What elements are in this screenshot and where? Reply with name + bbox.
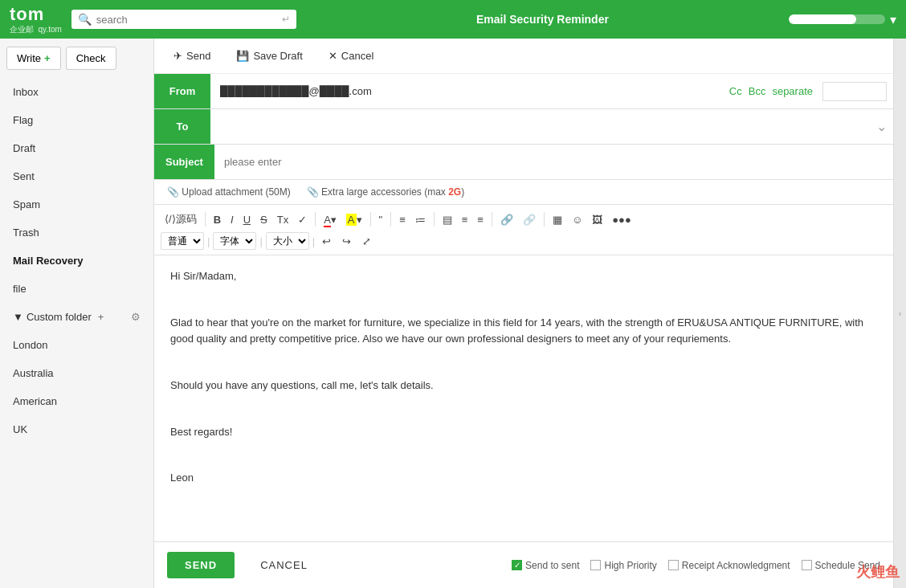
- rtb-divider-3: [370, 212, 371, 227]
- send-toolbar-button[interactable]: ✈ Send: [167, 47, 217, 65]
- send-to-sent-checkbox[interactable]: ✓: [512, 560, 522, 570]
- logo-subtitle: 企业邮 qy.tom: [10, 25, 62, 34]
- subject-input[interactable]: [214, 149, 893, 174]
- rtb-table-button[interactable]: ▦: [549, 211, 566, 228]
- rtb-italic-button[interactable]: I: [226, 211, 238, 228]
- sidebar-item-inbox[interactable]: Inbox: [0, 78, 153, 106]
- rtb-underline-button[interactable]: U: [239, 211, 255, 228]
- rtb-clear-format-button[interactable]: Tx: [273, 211, 292, 228]
- sidebar-item-australia[interactable]: Australia: [0, 359, 153, 387]
- custom-folder-chevron: ▼: [13, 311, 23, 323]
- rtb-size-select[interactable]: 大小: [266, 232, 309, 250]
- search-bar[interactable]: 🔍 ↵: [71, 10, 296, 29]
- rtb-image-button[interactable]: 🖼: [588, 211, 606, 228]
- high-priority-option[interactable]: High Priority: [590, 560, 656, 571]
- separate-button[interactable]: separate: [772, 85, 813, 97]
- send-to-sent-label: Send to sent: [525, 560, 579, 571]
- header-title: Email Security Reminder: [306, 13, 779, 26]
- sidebar-actions: Write + Check: [0, 39, 153, 78]
- bcc-button[interactable]: Bcc: [749, 85, 766, 97]
- rtb-fullscreen-button[interactable]: ⤢: [358, 233, 375, 250]
- sidebar-item-american[interactable]: American: [0, 387, 153, 415]
- schedule-send-option[interactable]: Schedule Send: [802, 560, 880, 571]
- rtb-bold-button[interactable]: B: [210, 211, 225, 228]
- sidebar-item-file[interactable]: file: [0, 275, 153, 303]
- receipt-ack-label: Receipt Acknowledgment: [682, 560, 790, 571]
- schedule-send-label: Schedule Send: [815, 560, 880, 571]
- search-enter-icon: ↵: [282, 14, 290, 25]
- cancel-toolbar-button[interactable]: ✕ Cancel: [322, 47, 380, 65]
- check-label: Check: [76, 52, 106, 64]
- write-button[interactable]: Write +: [6, 47, 61, 70]
- upload-attachment-label: Upload attachment (50M): [182, 186, 290, 198]
- header-dropdown-button[interactable]: ▾: [890, 12, 896, 27]
- high-priority-label: High Priority: [604, 560, 656, 571]
- rtb-ul-button[interactable]: ≡: [395, 211, 410, 228]
- compose-toolbar: ✈ Send 💾 Save Draft ✕ Cancel: [154, 39, 893, 74]
- extra-large-icon: 📎: [307, 186, 319, 198]
- right-panel-toggle[interactable]: ›: [893, 39, 906, 588]
- rtb-align-left-button[interactable]: ≡: [458, 211, 472, 228]
- logo: tom 企业邮 qy.tom: [10, 5, 62, 33]
- rtb-font-color-button[interactable]: A▾: [320, 211, 341, 228]
- schedule-send-checkbox[interactable]: [802, 560, 812, 570]
- sidebar-item-sent[interactable]: Sent: [0, 162, 153, 190]
- subject-row: Subject: [154, 145, 893, 180]
- receipt-ack-checkbox[interactable]: [668, 560, 679, 570]
- rtb-font-select[interactable]: 字体: [213, 232, 256, 250]
- rich-toolbar-row1: ⟨/⟩源码 B I U S Tx ✓ A▾ A▾ " ≡ ≔: [161, 208, 887, 231]
- send-toolbar-label: Send: [186, 50, 210, 62]
- extra-large-size: 2G: [448, 186, 461, 198]
- rtb-style-select[interactable]: 普通: [161, 232, 204, 250]
- cc-button[interactable]: Cc: [729, 85, 742, 97]
- to-input[interactable]: [210, 114, 870, 139]
- from-input[interactable]: [210, 79, 720, 104]
- send-to-sent-option[interactable]: ✓ Send to sent: [512, 560, 579, 571]
- rtb-align-right-button[interactable]: ≡: [473, 211, 488, 228]
- receipt-ack-option[interactable]: Receipt Acknowledgment: [668, 560, 790, 571]
- sidebar-item-draft[interactable]: Draft: [0, 134, 153, 162]
- rtb-brush-button[interactable]: ✓: [294, 211, 311, 228]
- save-draft-button[interactable]: 💾 Save Draft: [230, 47, 308, 65]
- save-draft-label: Save Draft: [253, 50, 302, 62]
- main-layout: Write + Check Inbox Flag Draft Sent Spam…: [0, 39, 906, 588]
- rtb-source-icon: ⟨/⟩: [165, 213, 176, 225]
- rtb-source-button[interactable]: ⟨/⟩源码: [161, 210, 201, 229]
- check-button[interactable]: Check: [66, 47, 116, 70]
- upload-attachment-button[interactable]: 📎 Upload attachment (50M): [167, 186, 291, 198]
- rtb-align-block-button[interactable]: ▤: [439, 211, 456, 228]
- rtb-undo-button[interactable]: ↩: [318, 233, 335, 250]
- rtb-ol-button[interactable]: ≔: [411, 211, 430, 228]
- search-input[interactable]: [96, 14, 277, 26]
- sidebar-item-uk[interactable]: UK: [0, 415, 153, 443]
- extra-large-accessories[interactable]: 📎 Extra large accessories (max 2G): [307, 186, 464, 198]
- cancel-toolbar-icon: ✕: [329, 50, 337, 62]
- cancel-main-button[interactable]: CANCEL: [247, 552, 320, 578]
- custom-folder-section[interactable]: ▼ Custom folder + ⚙: [0, 303, 153, 331]
- high-priority-checkbox[interactable]: [590, 560, 601, 570]
- sidebar-item-spam[interactable]: Spam: [0, 190, 153, 218]
- rtb-link-button[interactable]: 🔗: [496, 211, 517, 228]
- from-extra-input[interactable]: [822, 82, 887, 101]
- header-progress-bar: [789, 14, 885, 24]
- rtb-unlink-button[interactable]: 🔗: [519, 211, 540, 228]
- send-main-button[interactable]: SEND: [167, 552, 235, 578]
- sidebar-item-london[interactable]: London: [0, 331, 153, 359]
- rtb-divider-5: [434, 212, 435, 227]
- header-right: ▾: [789, 12, 896, 27]
- email-body[interactable]: Hi Sir/Madam, Glad to hear that you're o…: [154, 255, 893, 541]
- bottom-options: ✓ Send to sent High Priority Receipt Ack…: [512, 560, 880, 571]
- sidebar-item-mail-recovery[interactable]: Mail Recovery: [0, 247, 153, 275]
- rtb-more-button[interactable]: ●●●: [608, 211, 635, 228]
- rtb-divider-7: [544, 212, 545, 227]
- rtb-quote-button[interactable]: ": [375, 211, 387, 228]
- rtb-emoji-button[interactable]: ☺: [568, 211, 586, 228]
- to-expand-icon[interactable]: ⌄: [870, 119, 893, 134]
- rtb-bg-color-button[interactable]: A▾: [342, 211, 366, 228]
- sidebar-item-trash[interactable]: Trash: [0, 218, 153, 247]
- rtb-strikethrough-button[interactable]: S: [256, 211, 271, 228]
- rtb-redo-button[interactable]: ↪: [338, 233, 355, 250]
- gear-icon[interactable]: ⚙: [131, 311, 141, 323]
- custom-folder-add-icon[interactable]: +: [98, 311, 104, 323]
- sidebar-item-flag[interactable]: Flag: [0, 106, 153, 134]
